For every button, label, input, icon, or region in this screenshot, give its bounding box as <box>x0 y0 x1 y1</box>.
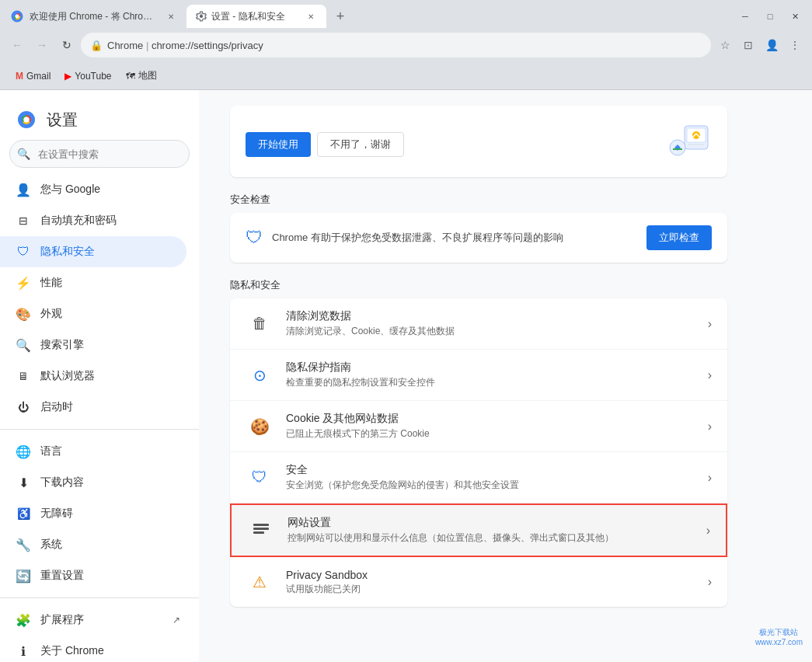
bookmark-star-button[interactable]: ☆ <box>714 34 736 56</box>
maximize-button[interactable]: □ <box>759 5 781 27</box>
autofill-item-icon: ⊟ <box>16 214 31 227</box>
bookmark-gmail-label: Gmail <box>26 71 51 82</box>
forward-button[interactable]: → <box>31 34 53 56</box>
startup-item-icon: ⏻ <box>16 401 31 413</box>
sidebar-item-privacy[interactable]: 🛡 隐私和安全 <box>0 236 186 267</box>
cookies-subtitle: 已阻止无痕模式下的第三方 Cookie <box>286 427 695 441</box>
site-settings-title: 网站设置 <box>288 516 694 530</box>
address-text: Chrome | chrome://settings/privacy <box>107 40 263 51</box>
sidebar-item-default-browser[interactable]: 🖥 默认浏览器 <box>0 361 186 392</box>
back-button[interactable]: ← <box>6 34 28 56</box>
refresh-button[interactable]: ↻ <box>56 34 78 56</box>
sandbox-subtitle: 试用版功能已关闭 <box>286 583 695 596</box>
profile-button[interactable]: 👤 <box>761 34 782 56</box>
sidebar-item-accessibility[interactable]: ♿ 无障碍 <box>0 498 186 529</box>
clear-browsing-content: 清除浏览数据 清除浏览记录、Cookie、缓存及其他数据 <box>286 309 695 338</box>
sidebar-item-startup-label: 启动时 <box>40 400 73 414</box>
clear-browsing-arrow: › <box>708 317 712 331</box>
privacy-guide-title: 隐私保护指南 <box>286 361 695 375</box>
reset-item-icon: 🔄 <box>16 569 31 584</box>
tab-settings-close[interactable]: ✕ <box>305 10 317 23</box>
tab-welcome[interactable]: 欢迎使用 Chrome - 将 Chrome ... ✕ <box>0 5 186 28</box>
security-icon-wrap: 🛡 <box>246 464 274 492</box>
sidebar-item-google[interactable]: 👤 您与 Google <box>0 174 186 205</box>
sidebar-item-downloads[interactable]: ⬇ 下载内容 <box>0 467 186 498</box>
tab-welcome-title: 欢迎使用 Chrome - 将 Chrome ... <box>30 10 160 23</box>
bookmark-maps-label: 地图 <box>138 69 157 82</box>
sidebar-header: 设置 <box>0 96 199 140</box>
bookmark-maps[interactable]: 🗺 地图 <box>120 66 163 86</box>
sidebar-item-appearance[interactable]: 🎨 外观 <box>0 298 186 329</box>
sidebar-item-startup[interactable]: ⏻ 启动时 <box>0 392 186 423</box>
sandbox-title: Privacy Sandbox <box>286 569 695 581</box>
watermark-line2: www.xz7.com <box>755 638 803 646</box>
bookmarks-bar: M Gmail ▶ YouTube 🗺 地图 <box>0 62 812 90</box>
cookies-content: Cookie 及其他网站数据 已阻止无痕模式下的第三方 Cookie <box>286 412 695 441</box>
google-item-icon: 👤 <box>16 183 31 197</box>
sidebar-item-extensions[interactable]: 🧩 扩展程序 ↗ <box>0 605 186 636</box>
privacy-list: 🗑 清除浏览数据 清除浏览记录、Cookie、缓存及其他数据 › ⊙ <box>230 298 727 607</box>
banner-image <box>650 118 712 165</box>
new-tab-button[interactable]: + <box>329 5 351 27</box>
site-settings-content: 网站设置 控制网站可以使用和显示什么信息（如位置信息、摄像头、弹出式窗口及其他） <box>288 516 694 545</box>
close-button[interactable]: ✕ <box>784 5 806 27</box>
chrome-tab-favicon <box>9 9 25 24</box>
sidebar-item-reset[interactable]: 🔄 重置设置 <box>0 560 186 591</box>
browser-frame: 欢迎使用 Chrome - 将 Chrome ... ✕ 设置 - 隐私和安全 … <box>0 0 812 662</box>
clear-browsing-icon-wrap: 🗑 <box>246 310 274 338</box>
tab-welcome-close[interactable]: ✕ <box>165 10 177 23</box>
cookies-title: Cookie 及其他网站数据 <box>286 412 695 426</box>
sidebar-item-system[interactable]: 🔧 系统 <box>0 529 186 560</box>
tab-settings[interactable]: 设置 - 隐私和安全 ✕ <box>186 5 326 28</box>
security-check-description: Chrome 有助于保护您免受数据泄露、不良扩展程序等问题的影响 <box>272 231 637 245</box>
sidebar-item-language-label: 语言 <box>40 444 62 458</box>
bookmark-gmail[interactable]: M Gmail <box>9 66 57 86</box>
address-actions: ☆ ⊡ 👤 ⋮ <box>714 34 806 56</box>
banner-illustration <box>650 118 712 165</box>
split-view-button[interactable]: ⊡ <box>737 34 759 56</box>
sidebar-search-icon: 🔍 <box>17 148 30 160</box>
extensions-external-icon: ↗ <box>173 615 180 625</box>
banner-actions: 开始使用 不用了，谢谢 <box>246 132 637 157</box>
sidebar-item-autofill-label: 自动填充和密码 <box>40 214 117 228</box>
privacy-item-guide[interactable]: ⊙ 隐私保护指南 检查重要的隐私控制设置和安全控件 › <box>230 350 727 401</box>
sandbox-icon-wrap: ⚠ <box>246 568 274 596</box>
appearance-item-icon: 🎨 <box>16 307 31 322</box>
youtube-icon: ▶ <box>64 71 71 82</box>
bookmark-youtube[interactable]: ▶ YouTube <box>58 66 117 86</box>
sidebar-item-autofill[interactable]: ⊟ 自动填充和密码 <box>0 205 186 236</box>
watermark-line1: 极光下载站 <box>755 627 803 638</box>
sidebar-item-performance[interactable]: ⚡ 性能 <box>0 267 186 298</box>
minimize-button[interactable]: ─ <box>734 5 756 27</box>
menu-button[interactable]: ⋮ <box>784 34 806 56</box>
privacy-item-sandbox[interactable]: ⚠ Privacy Sandbox 试用版功能已关闭 › <box>230 557 727 607</box>
privacy-item-site-settings[interactable]: 网站设置 控制网站可以使用和显示什么信息（如位置信息、摄像头、弹出式窗口及其他）… <box>230 503 727 557</box>
banner-card: 开始使用 不用了，谢谢 <box>230 106 727 177</box>
sidebar-search-input[interactable] <box>9 140 190 168</box>
start-using-button[interactable]: 开始使用 <box>246 132 311 157</box>
search-item-icon: 🔍 <box>16 338 31 353</box>
no-thanks-button[interactable]: 不用了，谢谢 <box>317 132 404 157</box>
address-input-container[interactable]: 🔒 Chrome | chrome://settings/privacy <box>81 33 711 57</box>
gmail-icon: M <box>16 71 23 82</box>
privacy-item-security[interactable]: 🛡 安全 安全浏览（保护您免受危险网站的侵害）和其他安全设置 › <box>230 452 727 503</box>
check-now-button[interactable]: 立即检查 <box>646 225 712 250</box>
sidebar-item-search[interactable]: 🔍 搜索引擎 <box>0 329 186 361</box>
svg-rect-13 <box>253 528 269 530</box>
security-item-arrow: › <box>708 471 712 485</box>
maps-icon: 🗺 <box>126 71 135 82</box>
sidebar-item-privacy-label: 隐私和安全 <box>40 245 95 259</box>
privacy-item-cookies[interactable]: 🍪 Cookie 及其他网站数据 已阻止无痕模式下的第三方 Cookie › <box>230 401 727 452</box>
watermark: 极光下载站 www.xz7.com <box>755 627 803 646</box>
privacy-item-clear-browsing[interactable]: 🗑 清除浏览数据 清除浏览记录、Cookie、缓存及其他数据 › <box>230 298 727 350</box>
title-bar: 欢迎使用 Chrome - 将 Chrome ... ✕ 设置 - 隐私和安全 … <box>0 0 812 28</box>
svg-point-7 <box>24 117 30 123</box>
sidebar-item-about[interactable]: ℹ 关于 Chrome <box>0 636 186 662</box>
downloads-item-icon: ⬇ <box>16 476 31 490</box>
privacy-guide-arrow: › <box>708 368 712 382</box>
sidebar-item-accessibility-label: 无障碍 <box>40 507 73 521</box>
chrome-logo-icon <box>16 109 37 131</box>
sidebar-item-language[interactable]: 🌐 语言 <box>0 436 186 467</box>
bookmark-youtube-label: YouTube <box>75 71 111 82</box>
language-item-icon: 🌐 <box>16 444 31 459</box>
